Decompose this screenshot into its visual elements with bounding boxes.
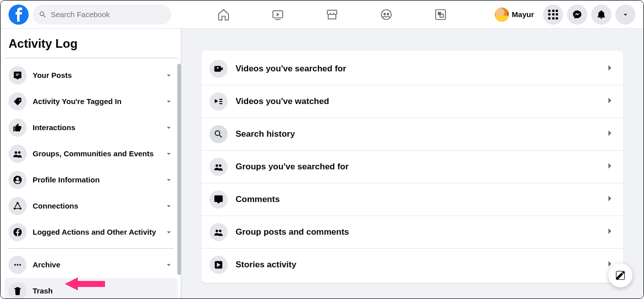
edit-fab[interactable]: [608, 263, 632, 287]
bell-icon: [596, 10, 606, 20]
search-icon: [39, 11, 47, 19]
stories-icon: [209, 256, 228, 274]
chevron-down-icon: [164, 70, 174, 80]
facebook-icon: [9, 223, 27, 241]
nav-home[interactable]: [217, 2, 231, 28]
video-list-icon: [209, 92, 228, 111]
groups-icon: [209, 158, 228, 176]
row-label: Search history: [236, 129, 596, 139]
sidebar-item-connections[interactable]: Connections: [5, 193, 178, 219]
caret-down-icon: [621, 11, 629, 19]
sidebar-divider: [9, 248, 174, 249]
sidebar-item-label: Your Posts: [33, 71, 158, 80]
gaming-icon: [434, 8, 447, 21]
chevron-right-icon: [604, 62, 615, 75]
comment-icon: [209, 190, 228, 209]
avatar: [495, 8, 509, 22]
row-label: Stories activity: [236, 260, 596, 270]
groups-icon: [209, 223, 228, 241]
sidebar-item-profile-info[interactable]: Profile Information: [5, 167, 178, 193]
account-dropdown-button[interactable]: [615, 5, 635, 25]
tag-icon: [9, 92, 27, 111]
nav-watch[interactable]: [271, 2, 285, 28]
chevron-right-icon: [604, 160, 615, 173]
messenger-button[interactable]: [567, 5, 587, 25]
sidebar-item-your-posts[interactable]: Your Posts: [5, 62, 178, 88]
chevron-down-icon: [164, 201, 174, 211]
row-group-posts-comments[interactable]: Group posts and comments: [201, 216, 623, 249]
row-videos-searched[interactable]: Videos you've searched for: [201, 53, 623, 85]
edit-icon: [615, 270, 626, 281]
sidebar-item-label: Profile Information: [33, 175, 158, 185]
sidebar-list: Your Posts Activity You're Tagged In Int…: [5, 62, 178, 298]
sidebar-item-label: Interactions: [33, 123, 158, 133]
nav-gaming[interactable]: [434, 2, 448, 28]
sidebar-item-label: Activity You're Tagged In: [33, 97, 158, 107]
menu-grid-icon: [548, 10, 558, 20]
trash-icon: [9, 282, 27, 298]
dots-icon: [9, 256, 27, 274]
row-label: Groups you've searched for: [236, 162, 596, 172]
chevron-right-icon: [604, 128, 615, 141]
chevron-right-icon: [604, 226, 615, 239]
sidebar-item-tagged[interactable]: Activity You're Tagged In: [5, 88, 178, 115]
row-stories-activity[interactable]: Stories activity: [201, 249, 623, 281]
chevron-right-icon: [604, 95, 615, 108]
menu-button[interactable]: [543, 5, 563, 25]
messenger-icon: [572, 10, 582, 20]
nav-groups[interactable]: [379, 2, 393, 28]
sidebar-item-archive[interactable]: Archive: [5, 252, 178, 278]
scrollbar-thumb[interactable]: [177, 64, 181, 275]
connections-icon: [9, 197, 27, 215]
chevron-down-icon: [164, 123, 174, 133]
sidebar-item-label: Archive: [33, 260, 158, 270]
row-label: Videos you've watched: [236, 96, 596, 107]
sidebar: Activity Log Your Posts Activity You're …: [1, 29, 181, 298]
search-box[interactable]: [33, 5, 171, 25]
sidebar-item-label: Trash: [33, 286, 174, 296]
watch-icon: [271, 8, 284, 21]
groups-nav-icon: [380, 8, 393, 21]
chevron-down-icon: [164, 260, 174, 270]
nav-center: [175, 2, 489, 28]
chevron-down-icon: [164, 149, 174, 159]
header-right: Mayur: [493, 5, 635, 25]
row-groups-searched[interactable]: Groups you've searched for: [201, 151, 623, 183]
profile-chip[interactable]: Mayur: [493, 6, 539, 24]
profile-icon: [9, 171, 27, 189]
chevron-down-icon: [164, 227, 174, 237]
main-content: Videos you've searched for Videos you've…: [181, 29, 643, 298]
sidebar-item-label: Connections: [33, 202, 158, 211]
row-search-history[interactable]: Search history: [201, 118, 623, 151]
row-comments[interactable]: Comments: [201, 183, 623, 216]
home-icon: [217, 8, 230, 21]
marketplace-icon: [326, 8, 339, 21]
header: Mayur: [1, 1, 643, 29]
sidebar-title: Activity Log: [5, 37, 178, 58]
row-label: Videos you've searched for: [236, 64, 596, 74]
sidebar-item-label: Logged Actions and Other Activity: [33, 228, 158, 237]
row-label: Group posts and comments: [236, 227, 596, 237]
sidebar-item-groups-events[interactable]: Groups, Communities and Events: [5, 141, 178, 167]
sidebar-item-trash[interactable]: Trash: [5, 278, 178, 298]
sidebar-item-logged-actions[interactable]: Logged Actions and Other Activity: [5, 219, 178, 245]
user-name: Mayur: [512, 10, 534, 19]
chevron-down-icon: [164, 96, 174, 107]
notifications-button[interactable]: [591, 5, 611, 25]
row-label: Comments: [236, 194, 596, 205]
chevron-down-icon: [164, 175, 174, 185]
search-input[interactable]: [51, 10, 165, 19]
sidebar-item-interactions[interactable]: Interactions: [5, 115, 178, 141]
activity-card: Videos you've searched for Videos you've…: [201, 51, 623, 283]
row-videos-watched[interactable]: Videos you've watched: [201, 85, 623, 118]
search-icon: [209, 125, 228, 143]
post-icon: [9, 66, 27, 84]
nav-marketplace[interactable]: [325, 2, 339, 28]
sidebar-item-label: Groups, Communities and Events: [33, 149, 158, 159]
chevron-right-icon: [604, 193, 615, 206]
like-icon: [9, 119, 27, 137]
video-plus-icon: [209, 60, 228, 78]
groups-icon: [9, 145, 27, 163]
facebook-logo[interactable]: [9, 5, 29, 25]
